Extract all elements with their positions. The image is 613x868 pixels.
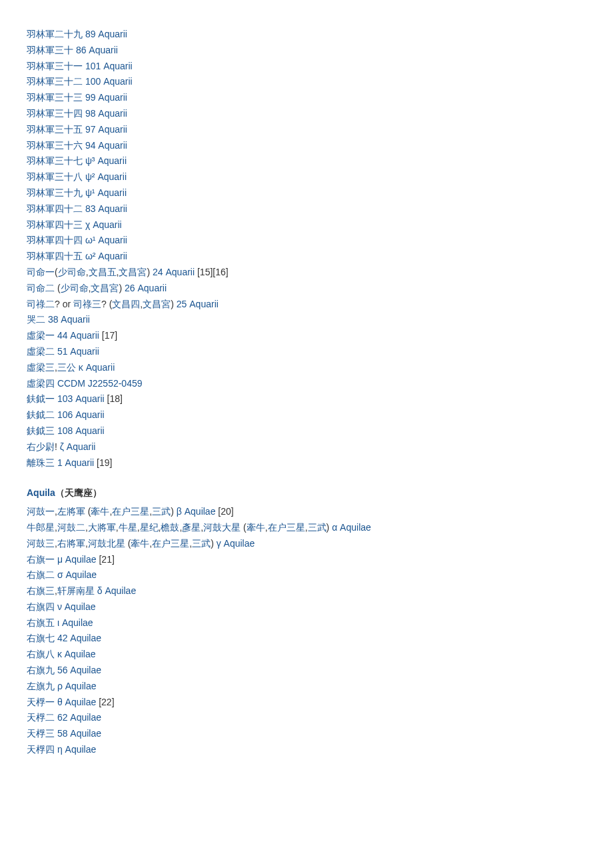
western-star-name-link[interactable]: β Aquilae bbox=[177, 506, 216, 517]
chinese-star-name-link[interactable]: 羽林軍三十一 bbox=[27, 61, 83, 71]
chinese-star-name-link[interactable]: 在户三星 bbox=[268, 522, 305, 533]
chinese-star-name-link[interactable]: 牽牛 bbox=[131, 538, 149, 549]
chinese-star-name-link[interactable]: 三武 bbox=[152, 506, 171, 517]
western-star-name-link[interactable]: ν Aquilae bbox=[57, 601, 96, 612]
chinese-star-name-link[interactable]: 右旗二 bbox=[27, 569, 55, 580]
western-star-name-link[interactable]: θ Aquilae bbox=[57, 697, 96, 707]
chinese-star-name-link[interactable]: 三武 bbox=[308, 522, 326, 533]
chinese-star-name-link[interactable]: 羽林軍四十四 bbox=[27, 235, 83, 245]
chinese-star-name-link[interactable]: 虛梁三 bbox=[27, 362, 55, 373]
chinese-star-name-link[interactable]: 河鼓二 bbox=[57, 522, 85, 533]
chinese-star-name-link[interactable]: 哭二 bbox=[27, 314, 45, 325]
chinese-star-name-link[interactable]: 右旗八 bbox=[27, 649, 55, 659]
chinese-star-name-link[interactable]: 左將軍 bbox=[57, 506, 85, 517]
chinese-star-name-link[interactable]: 右旗九 bbox=[27, 665, 55, 675]
chinese-star-name-link[interactable]: 羽林軍三十三 bbox=[27, 92, 83, 103]
western-star-name-link[interactable]: ρ Aquilae bbox=[57, 681, 97, 691]
chinese-star-name-link[interactable]: 彥星 bbox=[182, 522, 201, 533]
western-star-name-link[interactable]: CCDM J22552-0459 bbox=[57, 378, 143, 389]
chinese-star-name-link[interactable]: 羽林軍三十七 bbox=[27, 155, 83, 166]
chinese-star-name-link[interactable]: 文昌宮 bbox=[91, 283, 119, 293]
western-star-name-link[interactable]: 51 Aquarii bbox=[57, 346, 99, 357]
chinese-star-name-link[interactable]: 羽林軍四十三 bbox=[27, 219, 83, 230]
aquila-heading-link[interactable]: Aquila bbox=[27, 487, 55, 498]
western-star-name-link[interactable]: σ Aquilae bbox=[57, 569, 97, 580]
western-star-name-link[interactable]: 56 Aquilae bbox=[57, 665, 101, 675]
chinese-star-name-link[interactable]: 鈇鉞一 bbox=[27, 393, 55, 404]
chinese-star-name-link[interactable]: 羽林軍三十四 bbox=[27, 108, 83, 119]
chinese-star-name-link[interactable]: 檐鼓 bbox=[161, 522, 179, 533]
western-star-name-link[interactable]: 62 Aquilae bbox=[57, 712, 101, 723]
western-star-name-link[interactable]: 1 Aquarii bbox=[57, 457, 94, 468]
western-star-name-link[interactable]: η Aquilae bbox=[57, 744, 96, 755]
chinese-star-name-link[interactable]: 司祿二 bbox=[27, 299, 55, 309]
chinese-star-name-link[interactable]: 文昌五 bbox=[89, 267, 117, 277]
western-star-name-link[interactable]: 94 Aquarii bbox=[85, 140, 127, 151]
western-star-name-link[interactable]: 98 Aquarii bbox=[85, 108, 127, 119]
chinese-star-name-link[interactable]: 三公 bbox=[57, 362, 76, 373]
western-star-name-link[interactable]: α Aquilae bbox=[332, 522, 371, 533]
chinese-star-name-link[interactable]: 虛梁一 bbox=[27, 330, 55, 341]
chinese-star-name-link[interactable]: 河鼓北星 bbox=[88, 538, 125, 549]
western-star-name-link[interactable]: 101 Aquarii bbox=[85, 61, 133, 71]
chinese-star-name-link[interactable]: 羽林軍三十六 bbox=[27, 140, 83, 151]
western-star-name-link[interactable]: κ Aquilae bbox=[57, 649, 96, 659]
chinese-star-name-link[interactable]: 牛星 bbox=[119, 522, 137, 533]
chinese-star-name-link[interactable]: 虛梁二 bbox=[27, 346, 55, 357]
chinese-star-name-link[interactable]: 少司命 bbox=[61, 283, 89, 293]
chinese-star-name-link[interactable]: 羽林軍三十 bbox=[27, 45, 73, 55]
chinese-star-name-link[interactable]: 河鼓大星 bbox=[203, 522, 241, 533]
chinese-star-name-link[interactable]: 天桴三 bbox=[27, 728, 55, 739]
chinese-star-name-link[interactable]: 鈇鉞二 bbox=[27, 409, 55, 420]
western-star-name-link[interactable]: 26 Aquarii bbox=[125, 283, 167, 293]
chinese-star-name-link[interactable]: 羽林軍三十八 bbox=[27, 171, 83, 182]
western-star-name-link[interactable]: 24 Aquarii bbox=[153, 267, 195, 277]
western-star-name-link[interactable]: 38 Aquarii bbox=[48, 314, 90, 325]
chinese-star-name-link[interactable]: 天桴四 bbox=[27, 744, 55, 755]
western-star-name-link[interactable]: 44 Aquarii bbox=[57, 330, 99, 341]
chinese-star-name-link[interactable]: 左旗九 bbox=[27, 681, 55, 691]
chinese-star-name-link[interactable]: 少司命 bbox=[58, 267, 86, 277]
western-star-name-link[interactable]: 42 Aquilae bbox=[57, 633, 101, 643]
chinese-star-name-link[interactable]: 右旗一 bbox=[27, 554, 55, 565]
western-star-name-link[interactable]: γ Aquilae bbox=[217, 538, 255, 549]
chinese-star-name-link[interactable]: 文昌宮 bbox=[119, 267, 147, 277]
chinese-star-name-link[interactable]: 右旗七 bbox=[27, 633, 55, 643]
chinese-star-name-link[interactable]: 河鼓一 bbox=[27, 506, 55, 517]
chinese-star-name-link[interactable]: 羽林軍二十九 bbox=[27, 29, 83, 39]
western-star-name-link[interactable]: δ Aquilae bbox=[97, 585, 136, 596]
chinese-star-name-link[interactable]: 星纪 bbox=[140, 522, 159, 533]
chinese-star-name-link[interactable]: 天桴二 bbox=[27, 712, 55, 723]
chinese-star-name-link[interactable]: 右將軍 bbox=[57, 538, 85, 549]
chinese-star-name-link[interactable]: 三武 bbox=[192, 538, 211, 549]
western-star-name-link[interactable]: 103 Aquarii bbox=[57, 393, 105, 404]
chinese-star-name-link[interactable]: 牽牛 bbox=[247, 522, 265, 533]
western-star-name-link[interactable]: ω¹ Aquarii bbox=[85, 235, 127, 245]
chinese-star-name-link[interactable]: 司命一 bbox=[27, 267, 55, 277]
chinese-star-name-link[interactable]: 離珠三 bbox=[27, 457, 55, 468]
chinese-star-name-link[interactable]: 羽林軍三十九 bbox=[27, 187, 83, 198]
western-star-name-link[interactable]: 89 Aquarii bbox=[85, 29, 127, 39]
western-star-name-link[interactable]: ι Aquilae bbox=[57, 617, 93, 628]
chinese-star-name-link[interactable]: 牛郎星 bbox=[27, 522, 55, 533]
chinese-star-name-link[interactable]: 羽林軍三十五 bbox=[27, 124, 83, 135]
western-star-name-link[interactable]: 108 Aquarii bbox=[57, 425, 105, 436]
chinese-star-name-link[interactable]: 文昌宮 bbox=[143, 299, 171, 309]
chinese-star-name-link[interactable]: 天桴一 bbox=[27, 697, 55, 707]
chinese-star-name-link[interactable]: 牽牛 bbox=[91, 506, 109, 517]
chinese-star-name-link[interactable]: 右少尉 bbox=[27, 441, 55, 452]
chinese-star-name-link[interactable]: 轩屏南星 bbox=[57, 585, 95, 596]
western-star-name-link[interactable]: μ Aquilae bbox=[57, 554, 97, 565]
western-star-name-link[interactable]: ω² Aquarii bbox=[85, 251, 127, 261]
chinese-star-name-link[interactable]: 司祿三 bbox=[73, 299, 101, 309]
chinese-star-name-link[interactable]: 大將軍 bbox=[88, 522, 116, 533]
chinese-star-name-link[interactable]: 河鼓三 bbox=[27, 538, 55, 549]
chinese-star-name-link[interactable]: 右旗五 bbox=[27, 617, 55, 628]
chinese-star-name-link[interactable]: 羽林軍三十二 bbox=[27, 76, 83, 87]
chinese-star-name-link[interactable]: 虛梁四 bbox=[27, 378, 55, 389]
chinese-star-name-link[interactable]: 羽林軍四十五 bbox=[27, 251, 83, 261]
western-star-name-link[interactable]: 97 Aquarii bbox=[85, 124, 127, 135]
western-star-name-link[interactable]: ψ³ Aquarii bbox=[85, 155, 127, 166]
western-star-name-link[interactable]: κ Aquarii bbox=[79, 362, 115, 373]
western-star-name-link[interactable]: 58 Aquilae bbox=[57, 728, 101, 739]
